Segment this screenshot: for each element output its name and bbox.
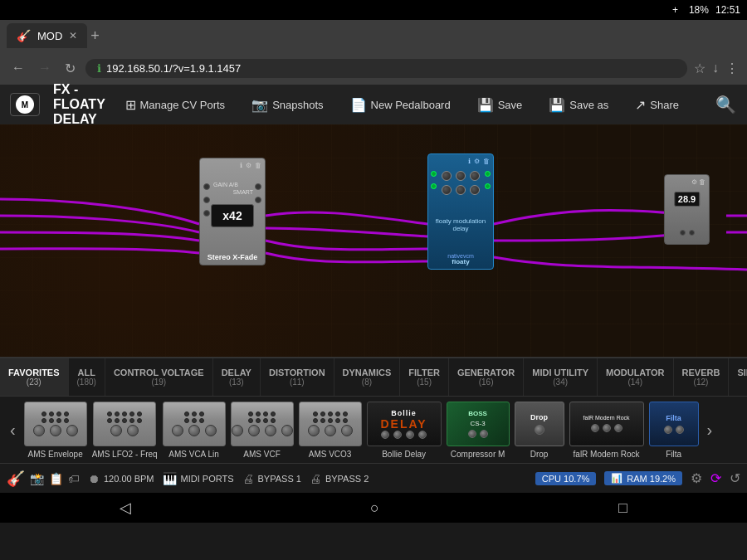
app-toolbar: M FX - FLOATY DELAY ⊞ Manage CV Ports 📷 … [0, 85, 747, 124]
bypass2-label: BYPASS 2 [325, 474, 369, 484]
save-as-button[interactable]: 💾 Save as [542, 94, 615, 116]
category-tab-distortion[interactable]: DISTORTION(11) [261, 358, 334, 396]
list-item[interactable]: AMS VCO3 [299, 402, 362, 459]
download-button[interactable]: ↓ [712, 61, 719, 76]
tab-title: MOD [37, 30, 62, 42]
knob5 [456, 185, 466, 195]
record-icon: ⏺ [88, 472, 100, 485]
tab-close-button[interactable]: ✕ [69, 30, 77, 41]
forward-button[interactable]: → [35, 57, 55, 79]
knob4 [442, 185, 452, 195]
category-tab-delay[interactable]: DELAY(13) [213, 358, 261, 396]
right-module-pedal[interactable]: ⚙ 🗑 28.9 [664, 174, 710, 245]
stereo-xfade-pedal[interactable]: ℹ ⚙ 🗑 GAIN A/B SMART x42 Stereo X-Fade [199, 158, 266, 265]
bookmark-button[interactable]: ☆ [694, 61, 706, 76]
save-button[interactable]: 💾 Save [471, 94, 530, 116]
cpu-status: CPU 10.7% [535, 472, 596, 485]
android-home-button[interactable]: ○ [370, 499, 379, 517]
settings-icon: ⚙ [246, 162, 251, 169]
manage-cv-button[interactable]: ⊞ Manage CV Ports [119, 94, 232, 116]
category-tab-modulator[interactable]: MODULATOR(14) [598, 358, 673, 396]
zoom-out-button[interactable]: 🔍 [712, 91, 740, 118]
address-bar[interactable]: ℹ 192.168.50.1/?v=1.9.1.1457 [85, 59, 687, 78]
ams-envelope-pedal-img [24, 402, 87, 446]
midi-status[interactable]: 🎹 MIDI PORTS [163, 472, 234, 485]
bypass1-label: BYPASS 1 [258, 474, 301, 484]
shelf-prev-button[interactable]: ‹ [7, 421, 19, 440]
shelf-pedal-label: AMS VCA Lin [168, 450, 219, 459]
xfade-sublabel-b: SMART [233, 189, 253, 195]
snapshot-icon: 📸 [30, 472, 44, 485]
list-item[interactable]: BOSS CS-3 Compressor M [447, 402, 510, 459]
new-tab-button[interactable]: + [90, 27, 100, 45]
category-tab-favorites[interactable]: FAVORITES(23) [0, 358, 69, 396]
snapshots-button[interactable]: 📷 Snapshots [245, 94, 330, 116]
list-item[interactable]: AMS VCA Lin [163, 402, 226, 459]
android-back-button[interactable]: ◁ [120, 499, 131, 517]
knob6 [470, 185, 480, 195]
category-tab-control-voltage[interactable]: CONTROL VOLTAGE(19) [105, 358, 213, 396]
snapshots-icon: 📷 [251, 97, 268, 113]
info-icon: ℹ [240, 162, 242, 169]
knob1 [442, 171, 452, 181]
app-logo-icon: M [16, 95, 34, 114]
midi-label: MIDI PORTS [181, 474, 234, 484]
category-tab-filter[interactable]: FILTER(15) [400, 358, 449, 396]
wire-layer [0, 124, 747, 357]
android-nav-bar: ◁ ○ □ [0, 493, 747, 523]
app-title: FX - FLOATY DELAY [53, 82, 105, 127]
list-item[interactable]: AMS VCF [231, 402, 294, 459]
bpm-status: ⏺ 120.00 BPM [88, 472, 154, 485]
bypass1-icon: 🖨 [242, 472, 254, 485]
shelf-pedal-label: AMS VCF [243, 450, 280, 459]
list-item[interactable]: AMS LFO2 - Freq [92, 402, 158, 459]
xfade-display: x42 [211, 204, 254, 227]
shelf-next-button[interactable]: › [704, 421, 716, 440]
active-tab[interactable]: 🎸 MOD ✕ [7, 23, 87, 48]
navigation-bar: ← → ↻ ℹ 192.168.50.1/?v=1.9.1.1457 ☆ ↓ ⋮ [0, 51, 747, 85]
pedal-top-icons: ℹ ⚙ 🗑 [240, 162, 261, 169]
midi-icon: 🎹 [163, 472, 177, 485]
shelf-pedal-label: AMS Envelope [28, 450, 83, 459]
category-tab-reverb[interactable]: REVERB(12) [674, 358, 730, 396]
category-tab-midi-utility[interactable]: MIDI UTILITY(34) [524, 358, 598, 396]
list-item[interactable]: Bollie DELAY Bollie Delay [367, 402, 442, 459]
bluetooth-icon: +︎ [672, 4, 682, 16]
share-button[interactable]: ↗ Share [628, 94, 686, 116]
knob3 [470, 171, 480, 181]
pedalboard-canvas[interactable]: ℹ ⚙ 🗑 GAIN A/B SMART x42 Stereo X-Fade ℹ… [0, 124, 747, 357]
category-tab-all[interactable]: ALL(180) [69, 358, 105, 396]
floaty-delay-pedal[interactable]: ℹ ⚙ 🗑 floaty modulation delay nativevcm … [427, 153, 494, 270]
category-tab-dynamics[interactable]: DYNAMICS(8) [334, 358, 401, 396]
manage-cv-icon: ⊞ [125, 97, 136, 113]
save-as-icon: 💾 [549, 97, 565, 113]
share-icon: ↗ [635, 97, 646, 113]
settings-button[interactable]: ⚙ [691, 470, 702, 486]
info-icon-floaty: ℹ [468, 158, 471, 165]
status-bottom-bar: 🎸 📸 📋 🏷 ⏺ 120.00 BPM 🎹 MIDI PORTS 🖨 BYPA… [0, 463, 747, 493]
bottom-panel: FAVORITES(23)ALL(180)CONTROL VOLTAGE(19)… [0, 357, 747, 493]
cpu-label: CPU 10.7% [542, 474, 589, 484]
remove-icon-floaty: 🗑 [483, 158, 490, 165]
list-item[interactable]: falR Modern Rock falR Modern Rock [569, 402, 644, 459]
app-logo: M [10, 93, 40, 116]
new-pedalboard-button[interactable]: 📄 New Pedalboard [344, 94, 457, 116]
category-tab-simulator[interactable]: SIMULATOR(12) [729, 358, 747, 396]
bypass1-status[interactable]: 🖨 BYPASS 1 [242, 472, 301, 485]
list-item[interactable]: AMS Envelope [24, 402, 87, 459]
clock: 12:51 [715, 4, 740, 16]
android-recents-button[interactable]: □ [618, 499, 627, 517]
tab-favicon: 🎸 [17, 29, 31, 42]
list-item[interactable]: Drop Drop [515, 402, 564, 459]
menu-button[interactable]: ⋮ [725, 61, 739, 76]
bypass2-status[interactable]: 🖨 BYPASS 2 [310, 472, 369, 485]
refresh-button[interactable]: ↺ [730, 470, 740, 486]
category-tab-generator[interactable]: GENERATOR(16) [449, 358, 524, 396]
filta-pedal-img: Filta [649, 402, 699, 446]
list-item[interactable]: Filta Filta [649, 402, 699, 459]
reload-button[interactable]: ↻ [61, 57, 79, 80]
effects-button[interactable]: ⟳ [710, 470, 721, 486]
ams-vca-pedal-img [163, 402, 226, 446]
ams-vco3-pedal-img [299, 402, 362, 446]
back-button[interactable]: ← [8, 57, 28, 79]
